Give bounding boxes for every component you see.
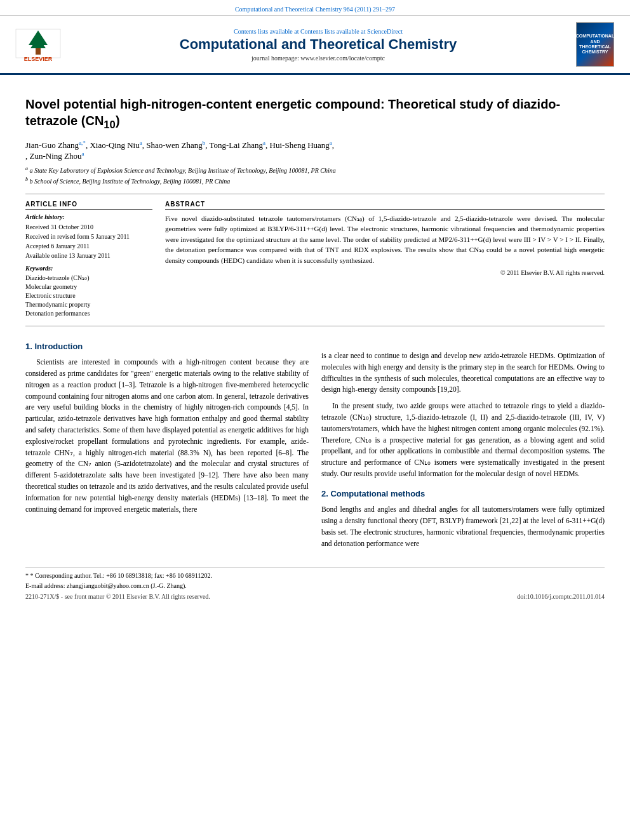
abstract-header: ABSTRACT (165, 201, 605, 210)
received-date: Received 31 October 2010 (25, 223, 152, 231)
keywords-label: Keywords: (25, 265, 152, 272)
copyright-bar: 2210-271X/$ - see front matter © 2011 El… (25, 593, 605, 600)
svg-rect-3 (36, 48, 41, 55)
authors-line: Jian-Guo Zhanga,*, Xiao-Qing Niua, Shao-… (25, 140, 605, 162)
right-content-column: is a clear need to continue to design an… (321, 333, 605, 554)
intro-section-title: 1. Introduction (25, 340, 309, 353)
elsevier-logo: ELSEVIER (13, 23, 64, 67)
keyword-1: Diazido-tetrazole (CN₁₀) (25, 274, 152, 282)
intro-paragraph-1: Scientists are interested in compounds w… (25, 357, 309, 515)
info-abstract-section: ARTICLE INFO Article history: Received 3… (25, 201, 605, 318)
journal-thumbnail: COMPUTATIONAL AND THEORETICAL CHEMISTRY (573, 22, 617, 67)
right-para-2: In the present study, two azide groups w… (321, 401, 605, 480)
comp-methods-title: 2. Computational methods (321, 488, 605, 500)
keyword-5: Detonation performances (25, 309, 152, 317)
left-content-column: 1. Introduction Scientists are intereste… (25, 333, 309, 554)
footnote-star-text: * Corresponding author. Tel.: +86 10 689… (30, 572, 212, 579)
journal-cover-thumb: COMPUTATIONAL AND THEORETICAL CHEMISTRY (576, 22, 614, 67)
section-divider (25, 194, 605, 194)
accepted-date: Accepted 6 January 2011 (25, 242, 152, 250)
right-para-1: is a clear need to continue to design an… (321, 350, 605, 396)
article-body: Novel potential high-nitrogen-content en… (0, 75, 630, 615)
journal-main-title: Computational and Theoretical Chemistry (64, 36, 573, 53)
top-bar: Computational and Theoretical Chemistry … (0, 0, 630, 16)
doi-text: doi:10.1016/j.comptc.2011.01.014 (517, 593, 605, 600)
svg-text:ELSEVIER: ELSEVIER (24, 56, 53, 62)
article-info-column: ARTICLE INFO Article history: Received 3… (25, 201, 152, 318)
sciencedirect-link[interactable]: Contents lists available at ScienceDirec… (300, 28, 403, 35)
journal-header: ELSEVIER Contents lists available at Con… (0, 16, 630, 75)
abstract-column: ABSTRACT Five novel diazido-substituted … (165, 201, 605, 318)
right-para-3: Bond lengths and angles and dihedral ang… (321, 504, 605, 549)
journal-reference: Computational and Theoretical Chemistry … (235, 6, 395, 13)
abstract-text: Five novel diazido-substituted tetrazole… (165, 213, 605, 266)
history-label: Article history: (25, 213, 152, 220)
author1: Jian-Guo Zhang (25, 140, 79, 150)
affiliations: a a State Key Laboratory of Explosion Sc… (25, 165, 605, 186)
sciencedirect-text: Contents lists available at Contents lis… (64, 28, 573, 35)
revised-date: Received in revised form 5 January 2011 (25, 232, 152, 241)
thumb-label: COMPUTATIONAL AND THEORETICAL CHEMISTRY (576, 34, 614, 55)
abstract-copyright: © 2011 Elsevier B.V. All rights reserved… (165, 269, 605, 276)
page: Computational and Theoretical Chemistry … (0, 0, 630, 615)
article-title: Novel potential high-nitrogen-content en… (25, 96, 605, 132)
keyword-3: Electronic structure (25, 291, 152, 300)
copyright-text-left: 2210-271X/$ - see front matter © 2011 El… (25, 593, 210, 600)
journal-title-area: Contents lists available at Contents lis… (64, 28, 573, 62)
content-divider (25, 326, 605, 326)
keyword-4: Thermodynamic property (25, 300, 152, 309)
available-date: Available online 13 January 2011 (25, 251, 152, 260)
footnote-star-symbol: * (25, 572, 30, 579)
footnote-email: E-mail address: zhangjianguobit@yahoo.co… (25, 582, 605, 590)
footer-area: * * Corresponding author. Tel.: +86 10 6… (25, 567, 605, 605)
footnote-star: * * Corresponding author. Tel.: +86 10 6… (25, 571, 605, 580)
keyword-2: Molecular geometry (25, 283, 152, 291)
article-info-header: ARTICLE INFO (25, 201, 152, 210)
affil-a: a State Key Laboratory of Explosion Scie… (30, 168, 336, 175)
affil-b: b School of Science, Beijing Institute o… (30, 178, 231, 185)
journal-homepage: journal homepage: www.elsevier.com/locat… (64, 55, 573, 62)
main-content: 1. Introduction Scientists are intereste… (25, 333, 605, 554)
